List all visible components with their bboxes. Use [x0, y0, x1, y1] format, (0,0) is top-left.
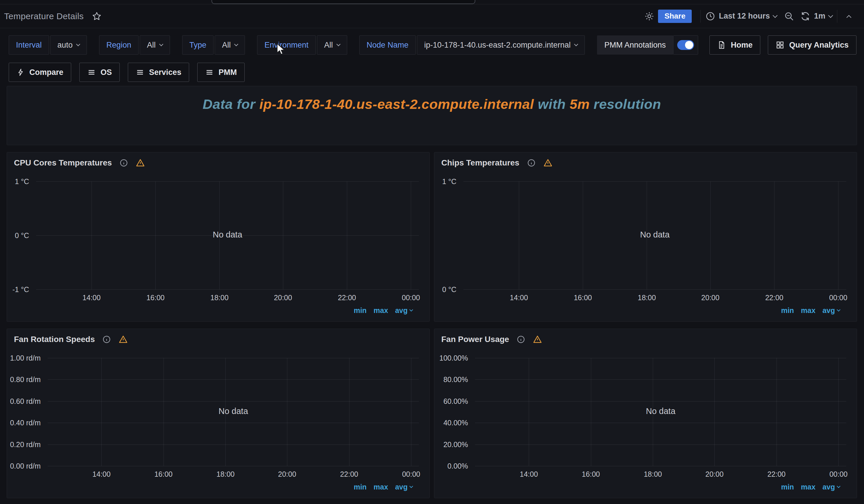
clock-icon: [705, 11, 715, 21]
legend-max[interactable]: max: [801, 306, 815, 315]
info-icon[interactable]: [119, 159, 128, 167]
gridline: [48, 379, 419, 380]
legend-avg[interactable]: avg: [395, 306, 412, 315]
compare-button[interactable]: Compare: [9, 63, 71, 82]
gridline: [411, 182, 411, 290]
chevron-down-icon: [574, 42, 578, 46]
region-label[interactable]: Region: [99, 35, 139, 54]
info-icon[interactable]: [527, 159, 536, 167]
settings-gear-icon[interactable]: [642, 9, 656, 23]
panel-title[interactable]: Fan Power Usage: [441, 335, 509, 344]
collapse-chevron-up-icon[interactable]: [842, 9, 856, 23]
type-label[interactable]: Type: [182, 35, 214, 54]
x-tick: 14:00: [83, 294, 101, 302]
star-favorite-icon[interactable]: [92, 11, 102, 21]
x-axis-labels: 14:00 16:00 18:00 20:00 22:00 00:00: [36, 294, 419, 302]
legend-max[interactable]: max: [801, 483, 815, 491]
time-range-label: Last 12 hours: [719, 12, 770, 21]
legend-min[interactable]: min: [353, 483, 367, 491]
legend-min[interactable]: min: [781, 306, 794, 315]
plot-area[interactable]: No data: [36, 182, 419, 290]
panel-title[interactable]: Chips Temperatures: [441, 158, 519, 168]
legend-min[interactable]: min: [353, 306, 367, 315]
panel-header[interactable]: Chips Temperatures: [434, 152, 857, 170]
legend-avg[interactable]: avg: [823, 306, 840, 315]
panel-title[interactable]: Fan Rotation Speeds: [14, 335, 95, 344]
share-button[interactable]: Share: [658, 10, 692, 23]
chevron-down-icon: [159, 42, 163, 46]
legend-max[interactable]: max: [374, 483, 388, 491]
gridline: [287, 358, 287, 466]
x-tick: 18:00: [210, 294, 229, 302]
legend-avg[interactable]: avg: [395, 483, 412, 491]
y-tick: -1 °C: [12, 285, 29, 294]
zoom-out-icon[interactable]: [782, 9, 796, 23]
gridline: [101, 358, 102, 466]
chevron-down-icon: [234, 42, 238, 46]
x-tick: 22:00: [340, 470, 358, 478]
os-button[interactable]: OS: [79, 63, 120, 82]
panel-header[interactable]: CPU Cores Temperatures: [7, 152, 429, 170]
refresh-interval-label: 1m: [814, 12, 825, 21]
panel-header[interactable]: Fan Power Usage: [434, 329, 857, 347]
warning-icon[interactable]: [533, 335, 542, 344]
region-select[interactable]: All: [140, 35, 170, 54]
legend: min max avg: [353, 483, 412, 491]
node-name-select[interactable]: ip-10-178-1-40.us-east-2.compute.interna…: [417, 35, 585, 54]
interval-select[interactable]: auto: [50, 35, 87, 54]
x-tick: 16:00: [581, 470, 600, 478]
y-axis-labels: 1.00 rd/m 0.80 rd/m 0.60 rd/m 0.40 rd/m …: [7, 358, 44, 466]
gridline: [48, 358, 419, 358]
menu-icon: [205, 68, 214, 77]
chevron-down-icon: [837, 484, 840, 488]
plot-area[interactable]: No data: [464, 182, 846, 290]
home-button[interactable]: Home: [709, 35, 760, 54]
interval-label[interactable]: Interval: [9, 35, 49, 54]
toggle-knob: [685, 41, 693, 49]
y-tick: 0.00 rd/m: [10, 462, 41, 470]
x-tick: 14:00: [510, 294, 528, 302]
gridline: [36, 290, 419, 290]
search-bar-partial[interactable]: [212, 0, 475, 4]
type-filter: Type All: [182, 35, 245, 54]
panel-header[interactable]: Fan Rotation Speeds: [7, 329, 429, 347]
x-axis-labels: 14:00 16:00 18:00 20:00 22:00 00:00: [475, 470, 846, 479]
info-icon[interactable]: [517, 335, 525, 344]
panel-title[interactable]: CPU Cores Temperatures: [14, 158, 112, 168]
gridline: [411, 358, 411, 466]
data-resolution-banner-panel: Data for ip-10-178-1-40.us-east-2.comput…: [7, 86, 857, 145]
time-range-picker[interactable]: Last 12 hours: [705, 11, 777, 21]
environment-label[interactable]: Environment: [257, 35, 316, 54]
x-tick: 18:00: [216, 470, 235, 478]
pmm-annotations-toggle[interactable]: [673, 35, 698, 54]
legend-min[interactable]: min: [781, 483, 794, 491]
dashboard-title[interactable]: Temperature Details: [4, 11, 84, 21]
warning-icon[interactable]: [119, 335, 128, 344]
type-select[interactable]: All: [215, 35, 245, 54]
x-tick: 20:00: [701, 294, 720, 302]
services-button[interactable]: Services: [128, 63, 189, 82]
pmm-button[interactable]: PMM: [197, 63, 244, 82]
plot-area[interactable]: No data: [48, 358, 419, 466]
menu-icon: [136, 68, 144, 77]
environment-filter: Environment All: [257, 35, 347, 54]
warning-icon[interactable]: [543, 158, 553, 168]
gridline: [475, 379, 846, 380]
node-name-label[interactable]: Node Name: [359, 35, 416, 54]
y-tick: 40.00%: [443, 419, 468, 427]
gridline: [475, 423, 846, 423]
legend-avg[interactable]: avg: [823, 483, 840, 491]
query-analytics-button[interactable]: Query Analytics: [768, 35, 856, 54]
warning-icon[interactable]: [136, 158, 145, 168]
environment-select[interactable]: All: [317, 35, 347, 54]
plot-area[interactable]: No data: [475, 358, 846, 466]
refresh-picker[interactable]: 1m: [800, 11, 832, 22]
grid-icon: [776, 41, 784, 49]
document-icon: [717, 41, 726, 49]
chevron-down-icon: [409, 308, 413, 311]
legend-max[interactable]: max: [374, 306, 388, 315]
y-tick: 0 °C: [442, 285, 456, 294]
info-icon[interactable]: [102, 335, 111, 344]
x-tick: 14:00: [520, 470, 538, 478]
y-axis-labels: 1 °C 0 °C: [434, 182, 460, 290]
